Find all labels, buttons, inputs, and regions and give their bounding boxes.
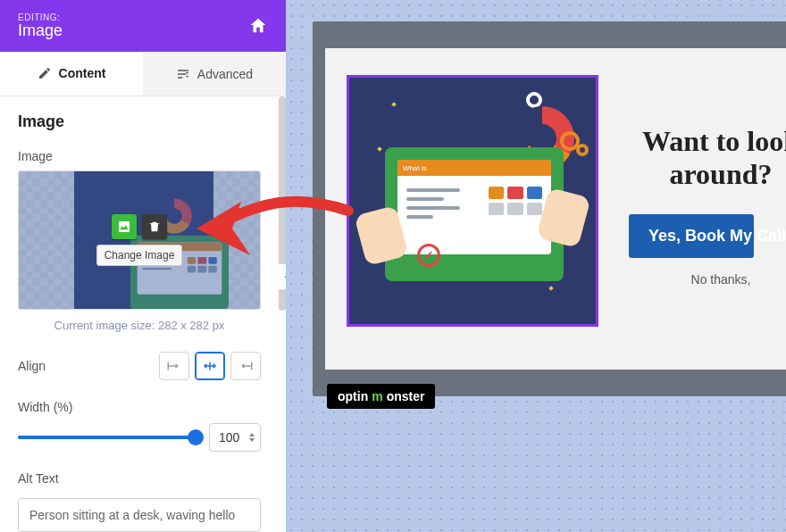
align-center-icon	[202, 360, 218, 372]
align-left-icon	[166, 360, 182, 372]
editor-sidebar: EDITING: Image Content Advanced Image Im…	[0, 0, 286, 532]
image-size-hint: Current image size: 282 x 282 px	[18, 319, 261, 332]
slider-knob[interactable]	[188, 429, 204, 445]
align-left-button[interactable]	[159, 352, 189, 380]
sidebar-header: EDITING: Image	[0, 0, 286, 52]
image-field-label: Image	[18, 149, 261, 163]
align-center-button[interactable]	[195, 352, 225, 380]
alt-label: Alt Text	[18, 471, 261, 486]
width-input[interactable]: 100	[209, 423, 261, 452]
builder-canvas[interactable]: What is Want to look arou	[286, 0, 786, 532]
popup-decline-link[interactable]: No thanks,	[629, 272, 786, 287]
tab-label: Advanced	[197, 67, 253, 81]
width-stepper[interactable]	[249, 433, 255, 442]
align-label: Align	[18, 359, 46, 373]
width-label: Width (%)	[18, 400, 261, 414]
tablet-illustration: What is	[385, 147, 564, 281]
change-image-tooltip: Change Image	[96, 245, 183, 266]
sidebar-tabs: Content Advanced	[0, 52, 286, 96]
brand-badge[interactable]: optinmonster	[327, 384, 435, 409]
sliders-icon	[176, 67, 190, 81]
tab-advanced[interactable]: Advanced	[143, 52, 286, 96]
width-slider[interactable]	[18, 436, 196, 439]
editing-title: Image	[18, 22, 63, 40]
align-group	[159, 352, 261, 380]
tab-label: Content	[59, 66, 106, 80]
editing-label: EDITING:	[18, 12, 63, 22]
home-icon[interactable]	[248, 16, 268, 36]
thumbnail-overlay: Change Image	[19, 171, 260, 309]
check-icon	[417, 244, 440, 267]
alt-text-input[interactable]	[18, 498, 261, 532]
popup-headline-1: Want to look	[629, 125, 786, 158]
pencil-icon	[38, 66, 52, 80]
popup-headline-2: around?	[629, 158, 786, 191]
sidebar-body: Image Image	[0, 96, 279, 532]
image-icon	[117, 220, 131, 234]
width-value: 100	[219, 430, 239, 445]
banner-text: What is	[403, 164, 427, 172]
popup-preview[interactable]: What is Want to look arou	[313, 21, 786, 396]
section-title: Image	[18, 112, 261, 131]
align-right-button[interactable]	[230, 352, 261, 380]
change-image-button[interactable]	[112, 214, 137, 239]
image-thumbnail[interactable]: Change Image	[18, 170, 261, 310]
align-right-icon	[238, 360, 254, 372]
popup-cta-button[interactable]: Yes, Book My Call	[629, 214, 754, 258]
delete-image-button[interactable]	[142, 214, 167, 239]
popup-image[interactable]: What is	[347, 75, 598, 327]
trash-icon	[147, 220, 162, 234]
tab-content[interactable]: Content	[0, 52, 143, 96]
